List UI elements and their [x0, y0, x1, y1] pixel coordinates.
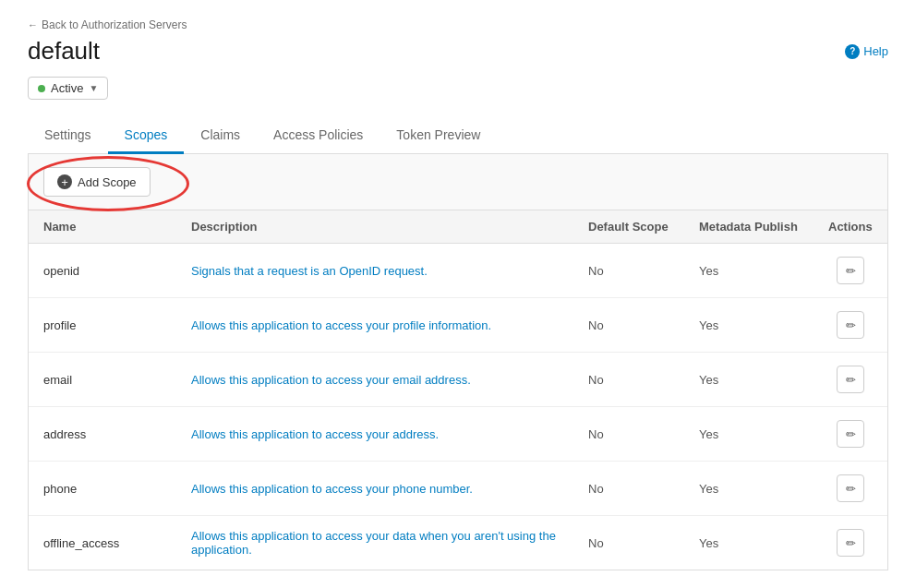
cell-metadata-publish-3: Yes [684, 407, 814, 462]
status-dropdown[interactable]: Active ▼ [28, 77, 108, 100]
add-scope-label: Add Scope [78, 175, 137, 189]
table-row: openid Signals that a request is an Open… [29, 244, 887, 298]
table-row: offline_access Allows this application t… [29, 516, 887, 570]
cell-metadata-publish-4: Yes [684, 462, 814, 516]
edit-button-2[interactable]: ✏ [837, 366, 864, 393]
toolbar: + Add Scope [29, 154, 887, 210]
content-area: + Add Scope Name Description Default Sco… [28, 154, 888, 570]
cell-description-5: Allows this application to access your d… [176, 516, 573, 570]
tabs-container: Settings Scopes Claims Access Policies T… [28, 118, 888, 154]
cell-metadata-publish-0: Yes [684, 244, 814, 298]
cell-actions-4: ✏ [814, 462, 887, 516]
tab-access-policies[interactable]: Access Policies [257, 118, 380, 154]
cell-description-0: Signals that a request is an OpenID requ… [176, 244, 573, 298]
col-header-description: Description [176, 210, 573, 244]
cell-default-scope-4: No [573, 462, 684, 516]
add-scope-plus-icon: + [57, 174, 72, 189]
add-scope-button[interactable]: + Add Scope [43, 167, 151, 197]
edit-button-1[interactable]: ✏ [837, 311, 864, 339]
edit-button-5[interactable]: ✏ [837, 529, 864, 557]
chevron-down-icon: ▼ [89, 83, 98, 93]
help-link[interactable]: ? Help [845, 44, 888, 59]
cell-default-scope-3: No [573, 407, 684, 462]
cell-actions-2: ✏ [814, 353, 887, 407]
cell-description-4: Allows this application to access your p… [176, 462, 573, 516]
add-scope-highlight: + Add Scope [43, 167, 151, 197]
edit-button-4[interactable]: ✏ [837, 474, 864, 502]
cell-metadata-publish-5: Yes [684, 516, 814, 570]
col-header-metadata-publish: Metadata Publish [684, 210, 814, 244]
cell-name-2: email [29, 353, 176, 407]
tab-token-preview[interactable]: Token Preview [380, 118, 497, 154]
cell-name-0: openid [29, 244, 176, 298]
cell-default-scope-1: No [573, 298, 684, 353]
cell-default-scope-5: No [573, 516, 684, 570]
tab-settings[interactable]: Settings [28, 118, 108, 154]
cell-name-3: address [29, 407, 176, 462]
cell-description-2: Allows this application to access your e… [176, 353, 573, 407]
cell-actions-0: ✏ [814, 244, 887, 298]
scopes-table: Name Description Default Scope Metadata … [29, 210, 887, 570]
cell-actions-1: ✏ [814, 298, 887, 353]
cell-metadata-publish-1: Yes [684, 298, 814, 353]
back-link[interactable]: ← Back to Authorization Servers [28, 18, 888, 31]
col-header-actions: Actions [814, 210, 887, 244]
table-row: email Allows this application to access … [29, 353, 887, 407]
cell-name-5: offline_access [29, 516, 176, 570]
cell-default-scope-0: No [573, 244, 684, 298]
cell-actions-3: ✏ [814, 407, 887, 462]
cell-name-4: phone [29, 462, 176, 516]
col-header-name: Name [29, 210, 176, 244]
table-row: profile Allows this application to acces… [29, 298, 887, 353]
table-header-row: Name Description Default Scope Metadata … [29, 210, 887, 244]
cell-name-1: profile [29, 298, 176, 353]
back-link-text: Back to Authorization Servers [42, 18, 187, 31]
help-label: Help [863, 44, 888, 58]
cell-actions-5: ✏ [814, 516, 887, 570]
table-row: phone Allows this application to access … [29, 462, 887, 516]
table-row: address Allows this application to acces… [29, 407, 887, 462]
status-label: Active [51, 81, 83, 95]
tab-scopes[interactable]: Scopes [108, 118, 185, 154]
status-indicator [38, 85, 45, 92]
cell-metadata-publish-2: Yes [684, 353, 814, 407]
cell-description-1: Allows this application to access your p… [176, 298, 573, 353]
back-arrow-icon: ← [28, 19, 38, 30]
col-header-default-scope: Default Scope [573, 210, 684, 244]
help-icon: ? [845, 44, 860, 59]
tab-claims[interactable]: Claims [184, 118, 257, 154]
page-title: default [28, 37, 100, 66]
cell-description-3: Allows this application to access your a… [176, 407, 573, 462]
cell-default-scope-2: No [573, 353, 684, 407]
edit-button-0[interactable]: ✏ [837, 257, 864, 284]
edit-button-3[interactable]: ✏ [837, 420, 864, 448]
